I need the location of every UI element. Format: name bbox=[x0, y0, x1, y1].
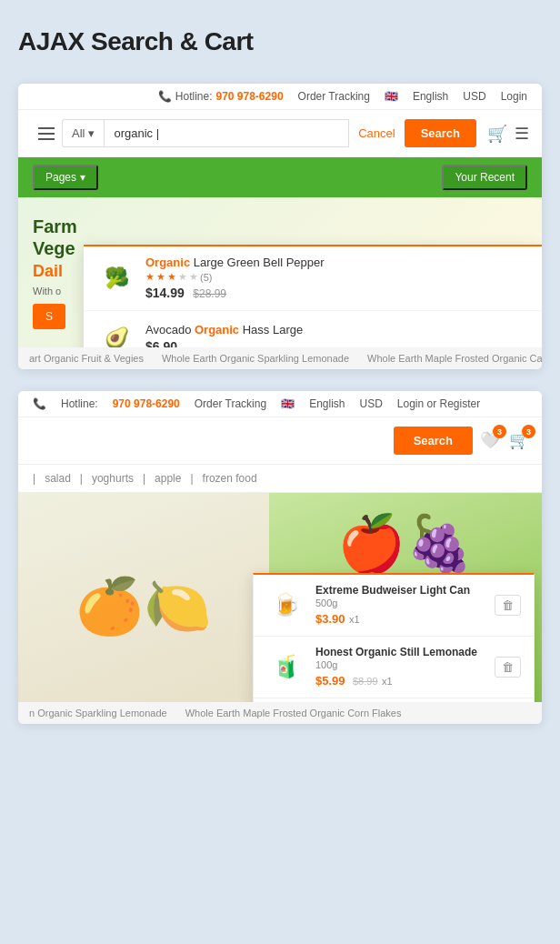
cart-item-old-price: $8.99 bbox=[353, 676, 378, 687]
cart-item-info: Honest Organic Still Lemonade 100g $5.99… bbox=[315, 646, 485, 688]
ticker-item: Whole Earth Organic Sparkling Lemonade bbox=[162, 353, 349, 364]
hotline-number: 970 978-6290 bbox=[215, 90, 283, 103]
pages-label: Pages bbox=[45, 171, 76, 184]
topbar2: 📞 Hotline: 970 978-6290 Order Tracking 🇬… bbox=[18, 391, 542, 417]
search-button2[interactable]: Search bbox=[394, 427, 473, 455]
hotline-number2: 970 978-6290 bbox=[113, 397, 180, 410]
product-name: Avocado Organic Hass Large bbox=[145, 323, 527, 336]
hotline-label2: Hotline: bbox=[61, 397, 98, 410]
search-card: 📞 Hotline: 970 978-6290 Order Tracking 🇬… bbox=[18, 84, 542, 369]
bottom-ticker2: n Organic Sparkling Lemonade Whole Earth… bbox=[18, 702, 542, 724]
language-select[interactable]: English bbox=[413, 90, 448, 103]
nav-separator: | bbox=[33, 472, 35, 485]
search-result-item[interactable]: 🥑 Avocado Organic Hass Large $6.90 bbox=[84, 311, 542, 347]
cart-item-image: 🍺 bbox=[266, 585, 306, 625]
cart-dropdown: 🍺 Extreme Budweiser Light Can 500g $3.90… bbox=[253, 573, 535, 702]
hero-section: Farm Vege Dail With o S 🥦 Organic Large … bbox=[18, 197, 542, 347]
page-title: AJAX Search & Cart bbox=[18, 27, 542, 56]
cart-badges: 🤍 3 🛒 3 bbox=[480, 430, 529, 450]
search-input-wrap bbox=[104, 119, 349, 147]
category-label: All bbox=[72, 126, 85, 140]
nav-separator: | bbox=[80, 472, 83, 485]
cart-item-price: $5.99 bbox=[315, 674, 345, 688]
login-register-link[interactable]: Login or Register bbox=[397, 397, 480, 410]
bottom-ticker: art Organic Fruit & Vegies Whole Earth O… bbox=[18, 347, 542, 369]
nav-separator: | bbox=[190, 472, 193, 485]
hero-sub: With o bbox=[33, 286, 77, 296]
nav-row: Pages ▾ Your Recent bbox=[18, 157, 542, 197]
delete-item-button[interactable]: 🗑 bbox=[495, 595, 521, 616]
nav-item-apple[interactable]: apple bbox=[155, 472, 181, 485]
product-name: Organic Large Green Bell Pepper bbox=[145, 256, 527, 269]
star-rating: ★ ★ ★ ★ ★ (5) bbox=[145, 271, 527, 283]
review-count: (5) bbox=[200, 272, 212, 283]
nav-row2: | salad | yoghurts | apple | frozen food bbox=[18, 465, 542, 493]
category-select[interactable]: All ▾ bbox=[62, 119, 104, 147]
hero2-section: 🍊🍋 🍎🍇 🍺 Extreme Budweiser Light Can 500g… bbox=[18, 493, 542, 702]
product-info: Organic Large Green Bell Pepper ★ ★ ★ ★ … bbox=[145, 256, 527, 301]
delete-item-button[interactable]: 🗑 bbox=[495, 657, 521, 678]
cart-item-qty-label: 500g bbox=[315, 598, 485, 608]
product-image: 🥑 bbox=[98, 320, 135, 347]
ticker-item: Whole Earth Maple Frosted Organic Cam... bbox=[367, 353, 542, 364]
search-button[interactable]: Search bbox=[405, 119, 476, 147]
flag-icon2: 🇬🇧 bbox=[281, 397, 295, 410]
hamburger-button[interactable] bbox=[31, 122, 62, 146]
topbar: 📞 Hotline: 970 978-6290 Order Tracking 🇬… bbox=[18, 84, 542, 110]
hero-cta-button[interactable]: S bbox=[33, 304, 65, 329]
nav-item-salad[interactable]: salad bbox=[45, 472, 71, 485]
order-tracking2[interactable]: Order Tracking bbox=[195, 397, 266, 410]
wishlist-badge-wrap[interactable]: 🤍 3 bbox=[480, 430, 500, 450]
search-input[interactable] bbox=[114, 126, 339, 140]
fruit-decoration2: 🍎🍇 bbox=[337, 511, 474, 576]
currency-select[interactable]: USD bbox=[463, 90, 485, 103]
login-link[interactable]: Login bbox=[501, 90, 527, 103]
ticker-item2: n Organic Sparkling Lemonade bbox=[29, 708, 167, 718]
cart-item-name: Honest Organic Still Lemonade bbox=[315, 646, 485, 658]
chevron-icon: ▾ bbox=[80, 171, 85, 184]
your-recent-button[interactable]: Your Recent bbox=[442, 165, 527, 190]
hotline: 📞 Hotline: 970 978-6290 bbox=[158, 90, 284, 103]
cart-item: 🍺 Extreme Budweiser Light Can 500g $3.90… bbox=[254, 575, 534, 637]
cart-item: 🧃 Honest Organic Still Lemonade 100g $5.… bbox=[254, 637, 534, 698]
search-result-item[interactable]: 🥦 Organic Large Green Bell Pepper ★ ★ ★ … bbox=[84, 246, 542, 311]
search-bar2: Search 🤍 3 🛒 3 bbox=[18, 417, 542, 465]
cancel-button[interactable]: Cancel bbox=[349, 126, 404, 140]
cart-badge-wrap[interactable]: 🛒 3 bbox=[509, 430, 529, 450]
hero-line1: Farm bbox=[33, 216, 77, 236]
hero-line2: Vege bbox=[33, 238, 75, 258]
hero-text: Farm Vege Dail With o S bbox=[18, 197, 92, 347]
phone-icon: 📞 bbox=[33, 397, 46, 410]
product-image: 🥦 bbox=[98, 260, 135, 296]
cart-item: 🥦 Natures Own 100% Wheat 1.5L $12.90 x1 … bbox=[254, 698, 534, 702]
currency-select2[interactable]: USD bbox=[359, 397, 382, 410]
nav-item-yoghurts[interactable]: yoghurts bbox=[92, 472, 134, 485]
cart-badge: 3 bbox=[522, 425, 535, 438]
cart-item-name: Extreme Budweiser Light Can bbox=[315, 584, 485, 597]
wishlist-icon[interactable]: 🛒 bbox=[487, 124, 507, 144]
cart-item-qty: x1 bbox=[349, 614, 360, 625]
ticker-item2: Whole Earth Maple Frosted Organic Corn F… bbox=[185, 708, 402, 718]
old-price: $28.99 bbox=[193, 287, 226, 300]
cart-icons: 🛒 ☰ bbox=[476, 124, 529, 144]
cart-item-image: 🧃 bbox=[266, 647, 306, 687]
nav-item-frozen[interactable]: frozen food bbox=[203, 472, 257, 485]
language-select2[interactable]: English bbox=[309, 397, 345, 410]
order-tracking[interactable]: Order Tracking bbox=[298, 90, 370, 103]
search-dropdown: 🥦 Organic Large Green Bell Pepper ★ ★ ★ … bbox=[84, 245, 542, 347]
product-price: $14.99 bbox=[145, 286, 185, 300]
cart-item-info: Extreme Budweiser Light Can 500g $3.90 x… bbox=[315, 584, 485, 627]
cart-item-qty-label: 100g bbox=[315, 659, 485, 670]
fruit-decoration: 🍊🍋 bbox=[75, 574, 212, 638]
search-bar: All ▾ Cancel Search 🛒 ☰ bbox=[18, 110, 542, 157]
phone-icon: 📞 bbox=[158, 90, 172, 103]
hero2-left: 🍊🍋 bbox=[18, 493, 269, 702]
product-info: Avocado Organic Hass Large $6.90 bbox=[145, 323, 527, 347]
pages-button[interactable]: Pages ▾ bbox=[33, 165, 98, 190]
nav-separator: | bbox=[143, 472, 145, 485]
product-price: $6.90 bbox=[145, 339, 177, 347]
wishlist-badge: 3 bbox=[493, 425, 506, 438]
hero-daily: Dail bbox=[33, 262, 63, 280]
cart-icon[interactable]: ☰ bbox=[515, 124, 529, 144]
hotline-label: Hotline: bbox=[175, 90, 213, 103]
